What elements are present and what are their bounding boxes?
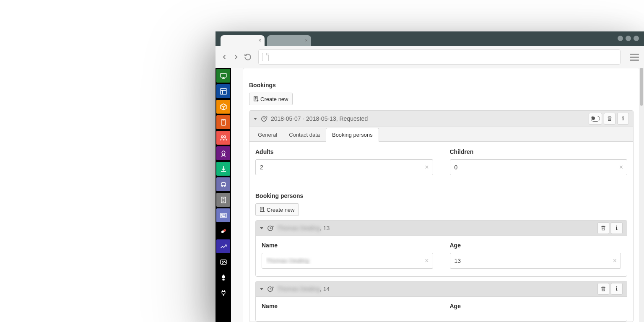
info-icon: i — [616, 225, 618, 231]
info-icon: i — [616, 286, 618, 292]
trash-icon — [607, 116, 613, 122]
clock-icon — [267, 225, 274, 232]
window-controls — [618, 36, 639, 41]
caret-down-icon[interactable] — [260, 288, 263, 290]
adults-label: Adults — [255, 148, 433, 155]
sidebar-item-image[interactable] — [216, 255, 230, 269]
sidebar-item-users[interactable] — [216, 131, 230, 145]
svg-point-11 — [222, 151, 225, 154]
sidebar-item-analytics[interactable] — [216, 239, 230, 253]
person-header[interactable]: Thomas Dealing, 14 i — [256, 281, 627, 297]
svg-rect-7 — [221, 119, 226, 125]
scroll-thumb[interactable] — [640, 68, 643, 106]
booking-tabs: General Contact data Booking persons — [249, 127, 633, 142]
sidebar-item-plug[interactable] — [216, 286, 230, 300]
browser-tab-strip: × × — [216, 31, 644, 46]
svg-rect-21 — [221, 214, 223, 216]
window-min-icon[interactable] — [618, 36, 623, 41]
sidebar-item-presentation[interactable] — [216, 69, 230, 83]
svg-point-9 — [221, 135, 223, 138]
booking-persons-section: Booking persons Create new Thomas Dealin… — [249, 183, 633, 322]
trash-icon — [600, 225, 606, 231]
person-age-label: Age — [450, 303, 621, 309]
create-booking-button[interactable]: Create new — [249, 93, 293, 105]
children-input[interactable] — [450, 159, 628, 175]
booking-summary: 2018-05-07 - 2018-05-13, Requested — [271, 115, 368, 122]
svg-rect-3 — [221, 88, 226, 94]
sidebar-item-car[interactable] — [216, 177, 230, 191]
info-icon: i — [622, 115, 624, 122]
person-name-label: Name — [262, 303, 433, 309]
sidebar-item-notes[interactable] — [216, 193, 230, 207]
window-max-icon[interactable] — [626, 36, 631, 41]
person-summary: Thomas Dealing, 14 — [277, 286, 330, 292]
clear-icon[interactable]: × — [619, 164, 623, 171]
nav-forward-button[interactable] — [232, 53, 240, 61]
sidebar-item-pill[interactable] — [216, 224, 230, 238]
clear-icon[interactable]: × — [425, 164, 428, 171]
person-age-input[interactable] — [450, 253, 621, 269]
svg-rect-0 — [221, 73, 226, 77]
caret-down-icon[interactable] — [260, 227, 263, 229]
nav-back-button[interactable] — [221, 53, 228, 61]
person-name-input[interactable] — [262, 253, 433, 269]
booking-header-actions: i — [589, 113, 629, 125]
delete-button[interactable] — [597, 222, 609, 234]
create-new-icon — [259, 206, 266, 213]
create-new-icon — [253, 96, 260, 102]
person-summary: Thomas Dealing, 13 — [277, 225, 330, 231]
booking-header[interactable]: 2018-05-07 - 2018-05-13, Requested i — [249, 111, 633, 127]
tab-general[interactable]: General — [252, 128, 283, 141]
tab-contact-data[interactable]: Contact data — [283, 128, 326, 141]
clock-icon — [267, 286, 274, 293]
sidebar-item-download[interactable] — [216, 162, 230, 176]
clock-icon — [260, 115, 267, 122]
sidebar-item-award[interactable] — [216, 146, 230, 160]
sidebar-item-news[interactable] — [216, 208, 230, 222]
svg-point-28 — [222, 261, 223, 262]
main-card: Bookings Create new 2018-05-07 - 2018-05… — [243, 68, 640, 322]
browser-toolbar — [216, 46, 644, 68]
tab-close-icon[interactable]: × — [305, 38, 308, 43]
browser-tab-active[interactable]: × — [221, 35, 265, 46]
browser-tab-inactive[interactable]: × — [267, 35, 311, 46]
adults-input[interactable] — [255, 159, 433, 175]
bookings-title: Bookings — [249, 82, 634, 88]
clear-icon[interactable]: × — [425, 257, 428, 265]
delete-button[interactable] — [604, 113, 615, 125]
nav-reload-button[interactable] — [244, 53, 252, 61]
tab-close-icon[interactable]: × — [259, 38, 261, 43]
main-content: Bookings Create new 2018-05-07 - 2018-05… — [231, 68, 644, 322]
browser-window: × × — [216, 31, 644, 322]
children-label: Children — [450, 148, 628, 155]
create-booking-label: Create new — [260, 96, 288, 102]
scrollbar[interactable] — [639, 68, 644, 322]
delete-button[interactable] — [597, 283, 609, 295]
caret-down-icon[interactable] — [254, 118, 257, 120]
trash-icon — [600, 286, 606, 292]
create-person-button[interactable]: Create new — [255, 203, 299, 216]
sidebar-item-package[interactable] — [216, 100, 230, 114]
booking-persons-title: Booking persons — [255, 192, 627, 199]
app-sidebar — [216, 68, 231, 322]
info-button[interactable]: i — [611, 283, 623, 295]
page-icon — [262, 53, 269, 61]
url-bar[interactable] — [258, 49, 621, 65]
create-person-label: Create new — [267, 207, 294, 213]
clear-icon[interactable]: × — [613, 257, 617, 265]
window-close-icon[interactable] — [634, 36, 639, 41]
sidebar-item-layout[interactable] — [216, 84, 230, 98]
person-age-label: Age — [450, 242, 621, 249]
info-button[interactable]: i — [617, 113, 629, 125]
info-button[interactable]: i — [611, 222, 623, 234]
svg-rect-29 — [254, 96, 257, 101]
sidebar-item-rocket[interactable] — [216, 270, 230, 284]
person-entry: Thomas Dealing, 14 i Name — [255, 281, 627, 322]
sidebar-item-book[interactable] — [216, 115, 230, 129]
browser-menu-button[interactable] — [630, 52, 639, 62]
person-entry: Thomas Dealing, 13 i Name — [255, 220, 627, 277]
person-header[interactable]: Thomas Dealing, 13 i — [256, 221, 627, 236]
tab-booking-persons[interactable]: Booking persons — [326, 128, 379, 142]
toggle-button[interactable] — [589, 113, 602, 125]
svg-point-10 — [223, 135, 226, 138]
